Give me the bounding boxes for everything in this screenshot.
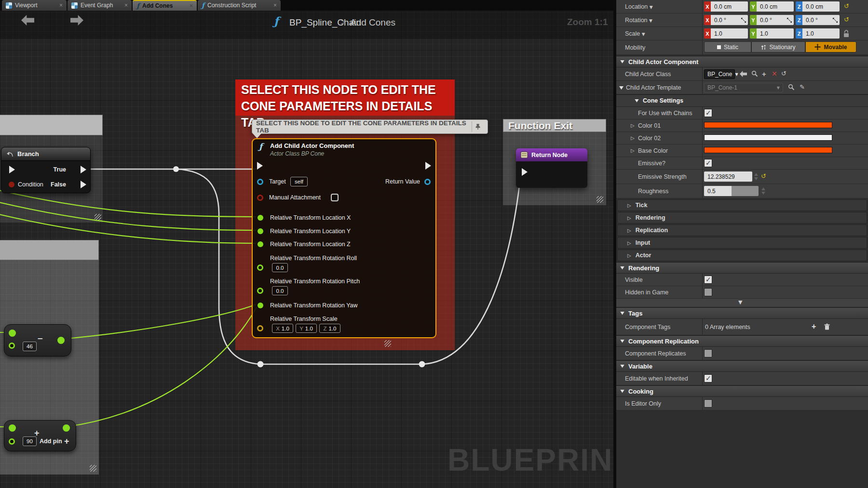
location-label[interactable]: Location ▼ <box>625 3 653 10</box>
color-02-swatch[interactable] <box>704 134 832 141</box>
warning-comment-resize-grip[interactable] <box>384 340 391 347</box>
scale-x-box[interactable]: X 1.0 <box>272 324 293 333</box>
expand-arrow-icon[interactable]: ▷ <box>631 135 635 141</box>
section-tags[interactable]: Tags <box>616 307 868 319</box>
component-replicates-checkbox[interactable] <box>704 349 712 357</box>
section-rendering[interactable]: Rendering <box>616 262 868 274</box>
relative-scale-pin[interactable] <box>257 325 263 331</box>
relative-rotation-pitch-pin[interactable] <box>257 288 263 294</box>
rotation-y-field[interactable]: 0.0 ° <box>757 15 794 25</box>
exec-out-pin[interactable] <box>425 162 431 170</box>
lock-icon[interactable] <box>843 30 850 38</box>
graph-canvas[interactable]: BLUEPRINT SELECT THIS NODE TO EDIT THE C… <box>0 0 613 488</box>
target-value-box[interactable]: self <box>290 177 308 186</box>
comment-box2-header[interactable] <box>0 240 99 260</box>
subsection-cone-settings[interactable]: Cone Settings <box>616 94 868 107</box>
relative-location-z-pin[interactable] <box>258 241 263 247</box>
show-advanced-strip[interactable]: ▼ <box>616 299 868 307</box>
hidden-in-game-checkbox[interactable] <box>704 288 712 296</box>
return-value-pin[interactable] <box>424 179 431 185</box>
spinner-icon[interactable] <box>754 173 758 180</box>
browse-icon[interactable] <box>751 70 758 77</box>
mobility-stationary-button[interactable]: Stationary <box>751 41 805 53</box>
add-value-box[interactable]: 90 <box>23 436 37 446</box>
section-replication-collapsed[interactable]: ▷ Replication <box>617 224 867 236</box>
tab-add-cones[interactable]: ƒ Add Cones × <box>133 0 197 11</box>
close-icon[interactable]: × <box>190 3 193 9</box>
section-component-replication[interactable]: Component Replication <box>616 335 868 347</box>
relative-location-x-pin[interactable] <box>258 215 263 221</box>
section-input[interactable]: ▷ Input <box>617 237 867 249</box>
subtract-value-box[interactable]: 46 <box>23 342 37 351</box>
plus-icon[interactable]: + <box>762 70 766 78</box>
reset-icon[interactable]: ↺ <box>761 172 766 180</box>
add-pin-button[interactable]: + <box>64 437 69 446</box>
scale-x-field[interactable]: 1.0 <box>711 28 748 39</box>
child-actor-template-dropdown[interactable]: BP_Cone-1 ▼ <box>704 83 783 92</box>
tab-event-graph[interactable]: Event Graph × <box>68 0 132 11</box>
function-exit-comment-header[interactable]: Function Exit <box>503 119 606 132</box>
relative-rotation-yaw-pin[interactable] <box>258 303 263 308</box>
branch-node[interactable]: Branch True Condition False <box>1 147 91 193</box>
pitch-value-box[interactable]: 0.0 <box>272 286 288 295</box>
close-icon[interactable]: × <box>273 2 277 8</box>
scale-z-box[interactable]: Z 1.0 <box>319 324 340 333</box>
emissive-checkbox[interactable] <box>704 159 712 167</box>
rotation-x-field[interactable]: 0.0 ° <box>711 15 748 25</box>
location-x-field[interactable]: 0.0 cm <box>711 1 748 12</box>
roughness-field[interactable]: 0.5 <box>704 186 732 196</box>
comment-box-header[interactable] <box>0 115 103 135</box>
subtract-output-pin[interactable] <box>57 337 65 344</box>
return-node[interactable]: Return Node <box>516 148 587 188</box>
scale-z-field[interactable]: 1.0 <box>802 28 840 39</box>
section-rendering-collapsed[interactable]: ▷ Rendering <box>617 212 867 224</box>
mobility-movable-button[interactable]: Movable <box>805 41 856 53</box>
rotation-label[interactable]: Rotation ▼ <box>625 17 652 24</box>
editable-when-inherited-checkbox[interactable] <box>704 374 712 382</box>
add-input-pin[interactable] <box>9 424 16 432</box>
emissive-strength-field[interactable]: 12.238529 <box>704 171 752 182</box>
mobility-static-button[interactable]: Static <box>704 41 751 53</box>
comment2-resize-grip[interactable] <box>90 465 96 472</box>
child-actor-class-dropdown[interactable]: BP_Cone ▼ <box>704 69 735 79</box>
warning-comment-header[interactable]: SELECT THIS NODE TO EDIT THE CONE PARAME… <box>235 79 455 116</box>
visible-checkbox[interactable] <box>704 276 712 284</box>
section-tick[interactable]: ▷ Tick <box>617 199 867 211</box>
expand-arrow-icon[interactable]: ▷ <box>631 123 635 128</box>
is-editor-only-checkbox[interactable] <box>704 399 712 408</box>
add-child-actor-component-node[interactable]: ƒ Add Child Actor Component Actor Class … <box>252 138 436 338</box>
tooltip-pin-button[interactable] <box>472 121 484 132</box>
close-icon[interactable]: × <box>124 2 128 8</box>
tab-construction-script[interactable]: ƒ Construction Script × <box>198 0 281 11</box>
spinner-icon[interactable] <box>761 187 765 195</box>
branch-condition-pin[interactable] <box>9 182 14 187</box>
location-y-field[interactable]: 0.0 cm <box>757 1 794 12</box>
edit-icon[interactable]: ✎ <box>800 84 805 90</box>
return-exec-in-pin[interactable] <box>522 168 528 176</box>
subtract-input-pin[interactable] <box>9 330 16 337</box>
trash-icon[interactable] <box>824 323 830 330</box>
section-variable[interactable]: Variable <box>616 360 868 372</box>
tab-viewport[interactable]: Viewport × <box>2 0 67 11</box>
scale-y-field[interactable]: 1.0 <box>757 28 794 39</box>
rotate-drag-icon[interactable] <box>741 18 746 23</box>
manual-attachment-pin[interactable] <box>257 195 263 201</box>
for-use-with-chains-checkbox[interactable] <box>704 109 712 117</box>
reset-icon[interactable]: ↺ <box>781 70 787 77</box>
add-output-pin[interactable] <box>63 424 70 432</box>
rotate-drag-icon[interactable] <box>833 18 838 23</box>
exec-in-pin[interactable] <box>257 162 263 170</box>
rotation-z-field[interactable]: 0.0 ° <box>802 15 840 25</box>
add-value-pin[interactable] <box>9 438 15 445</box>
comment-resize-grip[interactable] <box>95 214 101 221</box>
branch-exec-in-pin[interactable] <box>9 166 15 173</box>
branch-true-exec-pin[interactable] <box>81 166 86 173</box>
subtract-node[interactable]: − 46 <box>4 324 71 356</box>
clear-icon[interactable]: ✕ <box>772 70 777 77</box>
breadcrumb-current[interactable]: Add Cones <box>350 17 395 28</box>
target-pin[interactable] <box>257 179 263 185</box>
rotate-drag-icon[interactable] <box>787 18 792 23</box>
section-cooking[interactable]: Cooking <box>616 385 868 397</box>
branch-false-exec-pin[interactable] <box>81 181 86 188</box>
scale-y-box[interactable]: Y 1.0 <box>296 324 317 333</box>
